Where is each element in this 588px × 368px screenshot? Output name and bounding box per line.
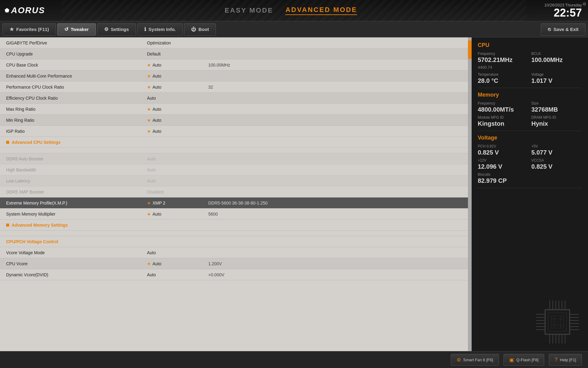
label-enhanced-multi-core: Enhanced Multi-Core Performance bbox=[6, 74, 147, 79]
star-extreme-memory-profile: ★ bbox=[147, 201, 151, 205]
tab-favorites[interactable]: ★ Favorites (F11) bbox=[2, 23, 56, 36]
row-ddr5-auto-booster[interactable]: DDR5 Auto Booster Auto bbox=[0, 153, 472, 164]
value-igp-ratio: ★ Auto bbox=[147, 129, 208, 134]
cpu-info-grid: Frequency 5702.21MHz 4400.74 BCLK 100.00… bbox=[478, 52, 582, 84]
cpu-bclk-value: 100.00MHz bbox=[531, 56, 582, 63]
settings-scrollbar[interactable] bbox=[468, 37, 472, 351]
value-extreme-memory-profile: ★ XMP 2 bbox=[147, 201, 208, 205]
tab-settings[interactable]: ⚙ Settings bbox=[97, 23, 136, 36]
save-icon: ⎋ bbox=[548, 27, 551, 32]
value2-dynamic-vcore-dvid: +0.000V bbox=[208, 272, 466, 277]
value-min-ring-ratio: ★ Auto bbox=[147, 118, 208, 123]
footer: ⚙ Smart Fan 6 [F6] ▣ Q-Flash [F8] ? Help… bbox=[0, 351, 588, 368]
cpu-illustration-container bbox=[478, 192, 582, 347]
tab-save-exit[interactable]: ⎋ Save & Exit bbox=[541, 23, 586, 36]
spacer-1 bbox=[0, 148, 472, 153]
cpu-frequency-label: Frequency bbox=[478, 52, 528, 56]
settings-scroll[interactable]: GIGABYTE PerfDrive Optimization CPU Upgr… bbox=[0, 37, 472, 351]
row-cpu-base-clock[interactable]: CPU Base Clock ★ Auto 100.00MHz bbox=[0, 59, 472, 71]
voltage-info-section: Voltage PCH 0.82V 0.825 V +5V 5.077 V +1… bbox=[478, 135, 582, 188]
qflash-button[interactable]: ▣ Q-Flash [F8] bbox=[503, 354, 544, 366]
settings-gear-icon[interactable]: ⚙ bbox=[582, 2, 586, 6]
voltage-biscuits-value: 82.979 CP bbox=[478, 177, 528, 184]
voltage-5v-item: +5V 5.077 V bbox=[531, 144, 582, 156]
memory-size-item: Size 32768MB bbox=[531, 101, 582, 113]
value2-extreme-memory-profile: DDR5-5600 36-38-38-80-1.250 bbox=[208, 201, 466, 205]
star-igp-ratio: ★ bbox=[147, 129, 151, 134]
voltage-12v-label: +12V bbox=[478, 158, 528, 163]
tab-settings-label: Settings bbox=[111, 27, 129, 32]
scrollbar-thumb[interactable] bbox=[468, 40, 472, 59]
smart-fan-label: Smart Fan 6 [F6] bbox=[463, 358, 493, 362]
row-vcore-voltage-mode[interactable]: Vcore Voltage Mode Auto bbox=[0, 247, 472, 258]
tab-boot[interactable]: ⏻ Boot bbox=[184, 23, 216, 36]
memory-frequency-value: 4800.00MT/s bbox=[478, 106, 528, 113]
tab-favorites-label: Favorites (F11) bbox=[16, 27, 49, 32]
info-panel: CPU Frequency 5702.21MHz 4400.74 BCLK 10… bbox=[472, 37, 588, 351]
row-gigabyte-perfdrive[interactable]: GIGABYTE PerfDrive Optimization bbox=[0, 37, 472, 48]
row-system-memory-multiplier[interactable]: System Memory Multiplier ★ Auto 5600 bbox=[0, 209, 472, 220]
voltage-pch-value: 0.825 V bbox=[478, 149, 528, 156]
help-button[interactable]: ? Help [F1] bbox=[549, 354, 582, 366]
value2-cpu-vcore: 1.200V bbox=[208, 261, 466, 266]
qflash-label: Q-Flash [F8] bbox=[516, 358, 538, 362]
section-advanced-cpu[interactable]: Advanced CPU Settings bbox=[0, 137, 472, 148]
value-dynamic-vcore-dvid: Auto bbox=[147, 272, 208, 277]
easy-mode-label[interactable]: EASY MODE bbox=[225, 6, 273, 14]
value-enhanced-multi-core: ★ Auto bbox=[147, 74, 208, 79]
tweaker-icon: ↺ bbox=[64, 26, 68, 32]
label-max-ring-ratio: Max Ring Ratio bbox=[6, 107, 147, 112]
cpu-temperature-value: 28.0 °C bbox=[478, 77, 528, 84]
nav-tabs: ★ Favorites (F11) ↺ Tweaker ⚙ Settings ℹ… bbox=[0, 21, 588, 37]
voltage-pch-label: PCH 0.82V bbox=[478, 144, 528, 148]
label-ddr5-auto-booster: DDR5 Auto Booster bbox=[6, 156, 147, 161]
row-ddr5-xmp-booster[interactable]: DDR5 XMP Booster Disabled bbox=[0, 186, 472, 197]
label-extreme-memory-profile: Extreme Memory Profile(X.M.P.) bbox=[6, 201, 147, 205]
favorites-icon: ★ bbox=[9, 26, 14, 32]
section-advanced-memory[interactable]: Advanced Memory Settings bbox=[0, 220, 472, 231]
row-min-ring-ratio[interactable]: Min Ring Ratio ★ Auto bbox=[0, 115, 472, 126]
tab-tweaker[interactable]: ↺ Tweaker bbox=[57, 23, 96, 36]
qflash-icon: ▣ bbox=[509, 357, 514, 363]
row-low-latency[interactable]: Low Latency Auto bbox=[0, 175, 472, 186]
section-cpu-pch-voltage[interactable]: CPU/PCH Voltage Control bbox=[0, 236, 472, 247]
star-system-memory-multiplier: ★ bbox=[147, 212, 151, 217]
row-igp-ratio[interactable]: IGP Ratio ★ Auto bbox=[0, 126, 472, 137]
advanced-mode-label[interactable]: ADVANCED MODE bbox=[285, 6, 357, 15]
value-low-latency: Auto bbox=[147, 178, 208, 183]
label-eff-cpu-clock-ratio: Efficiency CPU Clock Ratio bbox=[6, 96, 147, 101]
tab-system-info-label: System Info. bbox=[149, 27, 176, 32]
row-high-bandwidth[interactable]: High Bandwidth Auto bbox=[0, 164, 472, 175]
boot-icon: ⏻ bbox=[191, 27, 196, 32]
row-perf-cpu-clock-ratio[interactable]: Performance CPU Clock Ratio ★ Auto 32 bbox=[0, 82, 472, 93]
cpu-bclk-label: BCLK bbox=[531, 52, 582, 56]
settings-panel: GIGABYTE PerfDrive Optimization CPU Upgr… bbox=[0, 37, 472, 351]
label-dynamic-vcore-dvid: Dynamic Vcore(DVID) bbox=[6, 272, 147, 277]
memory-info-grid: Frequency 4800.00MT/s Size 32768MB Modul… bbox=[478, 101, 582, 127]
tab-boot-label: Boot bbox=[198, 27, 209, 32]
row-eff-cpu-clock-ratio[interactable]: Efficiency CPU Clock Ratio Auto bbox=[0, 93, 472, 104]
value-ddr5-xmp-booster: Disabled bbox=[147, 190, 208, 194]
cpu-chip-illustration bbox=[533, 297, 582, 347]
star-max-ring-ratio: ★ bbox=[147, 107, 151, 112]
smart-fan-button[interactable]: ⚙ Smart Fan 6 [F6] bbox=[451, 354, 499, 366]
help-label: Help [F1] bbox=[560, 358, 576, 362]
tab-system-info[interactable]: ℹ System Info. bbox=[137, 23, 183, 36]
voltage-pch-item: PCH 0.82V 0.825 V bbox=[478, 144, 528, 156]
label-ddr5-xmp-booster: DDR5 XMP Booster bbox=[6, 190, 147, 194]
voltage-vccsa-value: 0.825 V bbox=[531, 163, 582, 170]
logo-icon: ⬟ bbox=[5, 7, 9, 14]
row-max-ring-ratio[interactable]: Max Ring Ratio ★ Auto bbox=[0, 104, 472, 115]
value-high-bandwidth: Auto bbox=[147, 167, 208, 172]
memory-module-value: Kingston bbox=[478, 120, 528, 127]
row-cpu-vcore[interactable]: CPU Vcore ★ Auto 1.200V bbox=[0, 258, 472, 269]
star-enhanced-multi-core: ★ bbox=[147, 74, 151, 79]
row-cpu-upgrade[interactable]: CPU Upgrade Default bbox=[0, 48, 472, 59]
memory-size-value: 32768MB bbox=[531, 106, 582, 113]
cpu-voltage-value: 1.017 V bbox=[531, 77, 582, 84]
label-gigabyte-perfdrive: GIGABYTE PerfDrive bbox=[6, 40, 147, 45]
row-enhanced-multi-core[interactable]: Enhanced Multi-Core Performance ★ Auto bbox=[0, 71, 472, 82]
cpu-temperature-item: Temperature 28.0 °C bbox=[478, 72, 528, 84]
row-extreme-memory-profile[interactable]: Extreme Memory Profile(X.M.P.) ★ XMP 2 D… bbox=[0, 197, 472, 209]
row-dynamic-vcore-dvid[interactable]: Dynamic Vcore(DVID) Auto +0.000V bbox=[0, 269, 472, 280]
